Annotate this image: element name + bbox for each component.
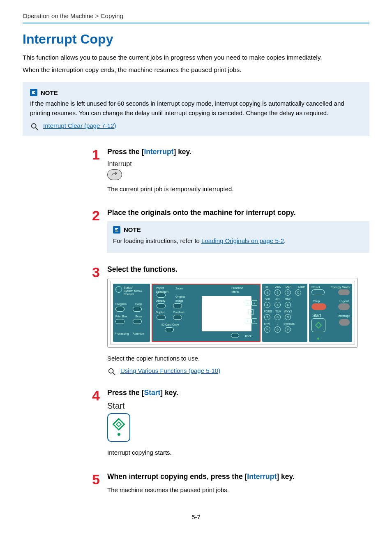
page-title: Interrupt Copy <box>23 32 369 47</box>
step-2-note: NOTE For loading instructions, refer to … <box>107 221 369 253</box>
step-5: 5 When interrupt copying ends, press the… <box>88 472 369 497</box>
step-1-title: Press the [Interrupt] key. <box>107 148 369 156</box>
magnifier-icon <box>30 122 39 131</box>
start-key-icon <box>107 413 130 442</box>
using-functions-link[interactable]: Using Various Functions (page 5-10) <box>120 367 220 374</box>
svg-point-0 <box>32 123 36 128</box>
step-2-note-body: For loading instructions, refer to Loadi… <box>113 236 364 245</box>
note-icon <box>113 226 120 234</box>
step-5-text: The machine resumes the paused print job… <box>107 485 369 495</box>
step-5-title: When interrupt copying ends, press the [… <box>107 472 369 481</box>
divider <box>23 23 369 23</box>
panel-mid-zone: PaperSelection Zoom FunctionMenu Origina… <box>152 284 261 342</box>
svg-line-3 <box>113 373 115 375</box>
note-heading: NOTE <box>41 89 58 96</box>
start-key-label: Start <box>107 401 369 411</box>
step-1-text: The current print job is temporarily int… <box>107 184 369 194</box>
step-3: 3 Select the functions. Status/ System M… <box>88 265 369 376</box>
step-number: 2 <box>88 208 100 222</box>
interrupt-clear-link[interactable]: Interrupt Clear (page 7-12) <box>43 122 116 129</box>
intro-line-2: When the interruption copy ends, the mac… <box>23 65 369 75</box>
step-number: 1 <box>88 148 100 162</box>
step-number: 3 <box>88 265 100 279</box>
step-4-text: Interrupt copying starts. <box>107 448 369 457</box>
breadcrumb: Operation on the Machine > Copying <box>23 12 369 23</box>
step-1: 1 Press the [Interrupt] key. Interrupt T… <box>88 148 369 196</box>
note-box: NOTE If the machine is left unused for 6… <box>23 82 369 136</box>
step-2: 2 Place the originals onto the machine f… <box>88 208 369 253</box>
note-heading: NOTE <box>124 226 141 233</box>
panel-keypad-zone: Clear .@ ABC DEF 1 2 3 C GHI JKL MNO 4 <box>262 284 307 342</box>
step-number: 4 <box>88 388 100 402</box>
step-number: 5 <box>88 472 100 486</box>
note-body: If the machine is left unused for 60 sec… <box>30 99 362 118</box>
step-3-title: Select the functions. <box>107 265 369 274</box>
intro-line-1: This function allows you to pause the cu… <box>23 53 369 62</box>
note-icon <box>30 89 37 96</box>
interrupt-key-figure: Interrupt <box>107 160 369 180</box>
step-2-title: Place the originals onto the machine for… <box>107 208 369 217</box>
step-3-text: Select the copier functions to use. <box>107 354 369 363</box>
start-key-figure: Start <box>107 401 369 442</box>
interrupt-key-label: Interrupt <box>107 160 369 168</box>
loading-originals-link[interactable]: Loading Originals on page 5-2 <box>201 237 284 244</box>
svg-point-2 <box>109 369 113 373</box>
page-number: 5-7 <box>23 513 369 520</box>
svg-line-1 <box>36 127 38 130</box>
interrupt-key-icon <box>107 169 122 180</box>
step-4-title: Press the [Start] key. <box>107 388 369 397</box>
control-panel-figure: Status/ System Menu/ Counter Program Cop… <box>107 278 358 348</box>
magnifier-icon <box>107 367 116 376</box>
panel-right-zone: Reset Energy Saver Stop Logout Start Int… <box>309 284 352 342</box>
step-4: 4 Press the [Start] key. Start Interrupt… <box>88 388 369 460</box>
panel-left-zone: Status/ System Menu/ Counter Program Cop… <box>113 284 150 342</box>
